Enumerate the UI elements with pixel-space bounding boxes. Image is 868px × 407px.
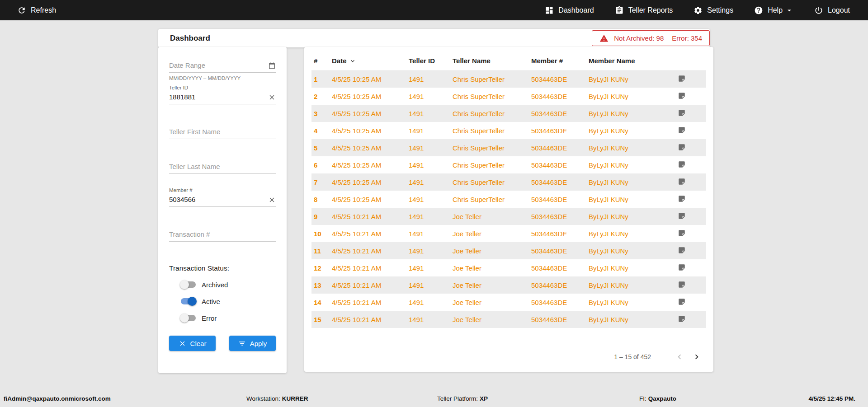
power-icon	[814, 6, 823, 15]
note-icon[interactable]	[678, 178, 686, 186]
cell-date: 4/5/25 10:25 AM	[330, 191, 406, 208]
cell-date: 4/5/25 10:25 AM	[330, 105, 406, 122]
apply-button[interactable]: Apply	[229, 336, 276, 351]
cell-teller-name: Chris SuperTeller	[450, 191, 529, 208]
sort-desc-icon	[349, 57, 356, 65]
cell-date: 4/5/25 10:25 AM	[330, 139, 406, 156]
cell-date: 4/5/25 10:21 AM	[330, 208, 406, 225]
status-toggle-row: Error	[181, 313, 276, 323]
cell-teller-id: 1491	[406, 105, 450, 122]
table-row[interactable]: 12 4/5/25 10:21 AM 1491 Joe Teller 50344…	[311, 259, 706, 276]
note-icon[interactable]	[678, 126, 686, 134]
note-icon[interactable]	[678, 92, 686, 100]
table-row[interactable]: 6 4/5/25 10:25 AM 1491 Chris SuperTeller…	[311, 156, 706, 173]
table-row[interactable]: 1 4/5/25 10:25 AM 1491 Chris SuperTeller…	[311, 70, 706, 88]
toggle-switch[interactable]	[181, 281, 196, 288]
cell-teller-name: Joe Teller	[450, 259, 529, 276]
prev-page-button[interactable]	[675, 352, 684, 362]
nav-settings[interactable]: Settings	[693, 6, 733, 15]
teller-id-label: Teller ID	[169, 85, 276, 90]
note-icon[interactable]	[678, 195, 686, 203]
teller-id-input[interactable]	[169, 90, 276, 104]
nav-help-label: Help	[768, 6, 783, 14]
table-row[interactable]: 11 4/5/25 10:21 AM 1491 Joe Teller 50344…	[311, 242, 706, 259]
table-row[interactable]: 3 4/5/25 10:25 AM 1491 Chris SuperTeller…	[311, 105, 706, 122]
nav-logout[interactable]: Logout	[814, 6, 850, 15]
cell-teller-id: 1491	[406, 259, 450, 276]
cell-date: 4/5/25 10:21 AM	[330, 276, 406, 294]
note-icon[interactable]	[678, 315, 686, 323]
cell-member-num: 5034463DE	[529, 276, 586, 294]
nav-right: Dashboard Teller Reports Settings Help	[545, 6, 850, 15]
nav-teller-reports[interactable]: Teller Reports	[615, 6, 673, 15]
cell-date: 4/5/25 10:21 AM	[330, 225, 406, 242]
cell-member-name: ByLyJI KUNy	[586, 242, 678, 259]
cell-member-num: 5034463DE	[529, 70, 586, 88]
cell-notes	[678, 242, 706, 259]
cell-date: 4/5/25 10:25 AM	[330, 70, 406, 88]
toggle-switch[interactable]	[181, 315, 196, 321]
nav-dashboard[interactable]: Dashboard	[545, 6, 594, 15]
teller-first-name-field	[169, 125, 276, 139]
main-content: MM/DD/YYYY – MM/DD/YYYY Teller ID Member…	[158, 47, 713, 373]
cell-member-num: 5034463DE	[529, 208, 586, 225]
note-icon[interactable]	[678, 109, 686, 117]
date-range-input[interactable]	[169, 59, 276, 73]
help-icon	[754, 6, 763, 15]
transaction-status-label: Transaction Status:	[169, 264, 276, 272]
teller-last-name-input[interactable]	[169, 160, 276, 174]
table-row[interactable]: 8 4/5/25 10:25 AM 1491 Chris SuperTeller…	[311, 191, 706, 208]
clear-teller-id-icon[interactable]	[268, 94, 276, 101]
clear-button[interactable]: Clear	[169, 336, 216, 351]
note-icon[interactable]	[678, 281, 686, 289]
footer-fi: FI:Qaxpauto	[639, 395, 676, 402]
nav-help[interactable]: Help	[754, 6, 793, 15]
cell-member-num: 5034463DE	[529, 259, 586, 276]
teller-last-name-field	[169, 160, 276, 174]
transaction-number-input[interactable]	[169, 228, 276, 242]
note-icon[interactable]	[678, 229, 686, 237]
table-row[interactable]: 15 4/5/25 10:21 AM 1491 Joe Teller 50344…	[311, 311, 706, 328]
table-row[interactable]: 13 4/5/25 10:21 AM 1491 Joe Teller 50344…	[311, 276, 706, 294]
nav-dashboard-label: Dashboard	[558, 6, 594, 14]
cell-date: 4/5/25 10:21 AM	[330, 294, 406, 311]
note-icon[interactable]	[678, 212, 686, 220]
table-row[interactable]: 7 4/5/25 10:25 AM 1491 Chris SuperTeller…	[311, 173, 706, 191]
cell-member-name: ByLyJI KUNy	[586, 105, 678, 122]
table-row[interactable]: 9 4/5/25 10:21 AM 1491 Joe Teller 503446…	[311, 208, 706, 225]
cell-notes	[678, 191, 706, 208]
col-teller-id: Teller ID	[406, 51, 450, 70]
note-icon[interactable]	[678, 143, 686, 151]
cell-notes	[678, 122, 706, 139]
table-row[interactable]: 5 4/5/25 10:25 AM 1491 Chris SuperTeller…	[311, 139, 706, 156]
calendar-icon[interactable]	[268, 62, 276, 70]
cell-notes	[678, 139, 706, 156]
cell-teller-id: 1491	[406, 242, 450, 259]
cell-teller-name: Chris SuperTeller	[450, 122, 529, 139]
next-page-button[interactable]	[692, 352, 702, 362]
table-row[interactable]: 2 4/5/25 10:25 AM 1491 Chris SuperTeller…	[311, 88, 706, 105]
note-icon[interactable]	[678, 298, 686, 306]
cell-teller-name: Chris SuperTeller	[450, 156, 529, 173]
table-row[interactable]: 14 4/5/25 10:21 AM 1491 Joe Teller 50344…	[311, 294, 706, 311]
toggle-switch[interactable]	[181, 298, 196, 304]
filter-panel: MM/DD/YYYY – MM/DD/YYYY Teller ID Member…	[158, 47, 287, 373]
col-date[interactable]: Date	[330, 51, 406, 70]
teller-first-name-input[interactable]	[169, 125, 276, 139]
cell-date: 4/5/25 10:25 AM	[330, 173, 406, 191]
clear-x-icon	[179, 340, 186, 347]
status-toggles: Archived Active Error	[181, 280, 276, 323]
note-icon[interactable]	[678, 263, 686, 271]
cell-num: 8	[311, 191, 330, 208]
member-number-input[interactable]	[169, 193, 276, 207]
note-icon[interactable]	[678, 75, 686, 83]
table-row[interactable]: 4 4/5/25 10:25 AM 1491 Chris SuperTeller…	[311, 122, 706, 139]
cell-member-name: ByLyJI KUNy	[586, 70, 678, 88]
note-icon[interactable]	[678, 160, 686, 168]
table-header-row: # Date Teller ID Teller Name Member # Me…	[311, 51, 706, 70]
table-row[interactable]: 10 4/5/25 10:21 AM 1491 Joe Teller 50344…	[311, 225, 706, 242]
clear-member-number-icon[interactable]	[268, 196, 276, 204]
refresh-button[interactable]: Refresh	[17, 6, 56, 15]
note-icon[interactable]	[678, 246, 686, 254]
clear-button-label: Clear	[190, 340, 207, 347]
